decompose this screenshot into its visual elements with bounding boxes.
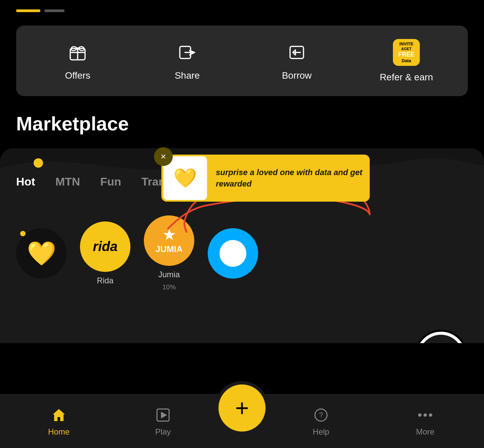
action-refer[interactable]: INVITE &GET FREE Data Refer & earn bbox=[352, 39, 461, 83]
nav-play[interactable]: Play bbox=[111, 406, 215, 437]
center-plus-icon: + bbox=[235, 395, 249, 421]
center-plus-button[interactable]: + bbox=[218, 384, 266, 432]
svg-point-8 bbox=[424, 413, 427, 417]
nav-help[interactable]: ? Help bbox=[269, 406, 373, 437]
popup-content: 💛 surprise a loved one with data and get… bbox=[161, 155, 370, 202]
heart-dot bbox=[20, 231, 26, 236]
refer-data-text: Data bbox=[402, 58, 411, 64]
app-item-heart[interactable] bbox=[16, 228, 67, 279]
rida-label: rida bbox=[93, 239, 117, 254]
top-bar bbox=[0, 0, 484, 12]
refer-icon: INVITE &GET FREE Data bbox=[393, 39, 420, 66]
tab-fun[interactable]: Fun bbox=[100, 175, 121, 188]
popup-banner: × 💛 surprise a loved one with data and g… bbox=[161, 155, 370, 202]
play-icon bbox=[154, 406, 172, 424]
jumia-app-label: Jumia bbox=[158, 270, 180, 279]
more-icon bbox=[416, 406, 434, 424]
rida-app-label: Rida bbox=[97, 276, 113, 285]
nav-more[interactable]: More bbox=[373, 406, 477, 437]
help-nav-label: Help bbox=[313, 427, 329, 437]
help-icon: ? bbox=[312, 406, 330, 424]
jumia-text: JUMIA bbox=[156, 244, 183, 254]
top-bar-line2 bbox=[44, 9, 65, 12]
popup-close-button[interactable]: × bbox=[154, 147, 173, 166]
marketplace-title: Marketplace bbox=[0, 96, 484, 135]
popup-text: surprise a loved one with data and get r… bbox=[209, 163, 370, 193]
circle-inner bbox=[219, 240, 246, 267]
borrow-label: Borrow bbox=[282, 70, 312, 81]
chatbot-inner bbox=[419, 335, 463, 343]
jumia-sublabel: 10% bbox=[162, 283, 176, 291]
apps-row: rida Rida ★ JUMIA Jumia 10% bbox=[0, 215, 484, 291]
circle-app-icon[interactable] bbox=[208, 228, 258, 279]
refer-label: Refer & earn bbox=[380, 72, 433, 83]
borrow-icon bbox=[285, 41, 309, 64]
svg-marker-4 bbox=[161, 412, 167, 418]
bottom-nav: Home Play + ? Help bbox=[0, 394, 484, 448]
refer-get-text: &GET bbox=[401, 47, 412, 51]
svg-point-9 bbox=[429, 413, 432, 417]
jumia-star: ★ bbox=[163, 227, 175, 243]
offers-label: Offers bbox=[65, 70, 90, 81]
refer-invite-text: INVITE bbox=[399, 41, 413, 47]
chatbot-button[interactable] bbox=[414, 330, 468, 343]
refer-free-text: FREE bbox=[398, 51, 414, 58]
action-borrow[interactable]: Borrow bbox=[242, 41, 352, 81]
nav-center: + bbox=[215, 381, 269, 435]
heart-app-icon[interactable] bbox=[16, 228, 67, 279]
tab-hot[interactable]: Hot bbox=[16, 175, 35, 188]
action-share[interactable]: Share bbox=[132, 41, 242, 81]
share-icon bbox=[175, 41, 199, 64]
share-label: Share bbox=[175, 70, 200, 81]
app-item-rida[interactable]: rida Rida bbox=[80, 221, 130, 285]
app-item-circle[interactable] bbox=[208, 228, 258, 279]
home-icon bbox=[50, 406, 68, 424]
yellow-dot bbox=[34, 158, 43, 168]
more-nav-label: More bbox=[416, 427, 435, 437]
quick-actions-card: Offers Share Borrow INVITE &GET FREE bbox=[16, 26, 468, 96]
tab-mtn[interactable]: MTN bbox=[55, 175, 80, 188]
nav-home[interactable]: Home bbox=[7, 406, 111, 437]
jumia-app-icon[interactable]: ★ JUMIA bbox=[144, 215, 194, 266]
app-item-jumia[interactable]: ★ JUMIA Jumia 10% bbox=[144, 215, 194, 291]
action-offers[interactable]: Offers bbox=[23, 41, 132, 81]
rida-app-icon[interactable]: rida bbox=[80, 221, 130, 272]
play-nav-label: Play bbox=[155, 427, 171, 437]
home-nav-label: Home bbox=[48, 427, 70, 437]
top-bar-line1 bbox=[16, 9, 40, 12]
svg-text:?: ? bbox=[319, 411, 323, 419]
offers-icon bbox=[66, 41, 89, 64]
svg-point-7 bbox=[418, 413, 421, 417]
